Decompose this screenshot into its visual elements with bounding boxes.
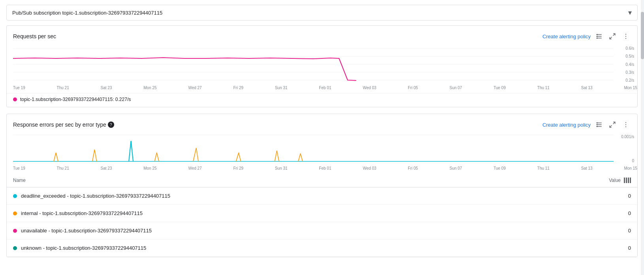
- chart2-y-axis: 0.001/s 0: [615, 133, 634, 165]
- row-name-text: internal - topic-1.subscription-32697933…: [21, 210, 143, 216]
- scrollbar-track[interactable]: [641, 0, 644, 264]
- chart2-title-group: Response errors per sec by error type ?: [13, 122, 114, 128]
- more-options-button-1[interactable]: [621, 31, 631, 41]
- row-value-cell: 0: [530, 205, 637, 222]
- chart1-wrapper: 0.6/s 0.5/s 0.4/s 0.3/s 0.2/s Tue 19 Thu…: [7, 45, 637, 93]
- col-value-header: Value: [530, 174, 637, 187]
- table-row: unavailable - topic-1.subscription-32697…: [7, 222, 637, 239]
- requests-per-sec-card: Requests per sec Create alerting policy: [6, 25, 638, 107]
- fullscreen-button-2[interactable]: [607, 120, 618, 130]
- scrollbar-thumb[interactable]: [641, 12, 644, 59]
- chart2-svg: [13, 133, 614, 165]
- row-name-text: unknown - topic-1.subscription-326979337…: [21, 245, 146, 251]
- chart2-title: Response errors per sec by error type: [13, 122, 106, 128]
- row-name-cell: unavailable - topic-1.subscription-32697…: [7, 222, 530, 239]
- svg-point-8: [625, 34, 626, 35]
- svg-point-5: [597, 37, 598, 39]
- row-color-dot: [13, 211, 17, 215]
- svg-line-23: [610, 125, 612, 127]
- chart1-area: 0.6/s 0.5/s 0.4/s 0.3/s 0.2/s: [7, 45, 637, 84]
- chart1-title: Requests per sec: [13, 33, 56, 39]
- more-options-button-2[interactable]: [621, 120, 631, 130]
- svg-point-20: [597, 124, 598, 125]
- table-row: deadline_exceeded - topic-1.subscription…: [7, 187, 637, 205]
- table-row: unknown - topic-1.subscription-326979337…: [7, 239, 637, 257]
- col-name-header: Name: [7, 174, 530, 187]
- chart1-y-axis: 0.6/s 0.5/s 0.4/s 0.3/s 0.2/s: [615, 45, 634, 84]
- row-name-text: deadline_exceeded - topic-1.subscription…: [21, 193, 170, 199]
- create-alert-link-2[interactable]: Create alerting policy: [542, 122, 591, 128]
- svg-point-26: [625, 126, 626, 127]
- fullscreen-button-1[interactable]: [607, 31, 618, 41]
- dropdown-value: Pub/Sub subscription topic-1.subscriptio…: [12, 10, 162, 16]
- create-alert-link-1[interactable]: Create alerting policy: [542, 34, 591, 39]
- chart2-actions: Create alerting policy: [542, 120, 631, 130]
- row-name-cell: deadline_exceeded - topic-1.subscription…: [7, 187, 530, 205]
- subscription-dropdown[interactable]: Pub/Sub subscription topic-1.subscriptio…: [6, 5, 638, 21]
- svg-point-3: [597, 34, 598, 35]
- legend-toggle-button-2[interactable]: [594, 120, 604, 130]
- row-value-cell: 0: [530, 187, 637, 205]
- row-name-cell: internal - topic-1.subscription-32697933…: [7, 205, 530, 222]
- chart2-header: Response errors per sec by error type ? …: [7, 114, 637, 133]
- help-icon[interactable]: ?: [108, 122, 114, 128]
- chart2-x-axis: Tue 19 Thu 21 Sat 23 Mon 25 Wed 27 Fri 2…: [7, 165, 637, 174]
- chart2-wrapper: 0.001/s 0 Tue 19 Thu 21 Sat 23 Mon 25 We…: [7, 133, 637, 174]
- legend-dot-1: [13, 97, 17, 101]
- svg-point-25: [625, 124, 626, 125]
- row-color-dot: [13, 246, 17, 250]
- columns-icon[interactable]: [624, 178, 631, 183]
- svg-point-24: [625, 122, 626, 123]
- svg-point-4: [597, 36, 598, 37]
- chart2-area: 0.001/s 0: [7, 133, 637, 165]
- chart1-legend: topic-1.subscription-3269793372294407115…: [7, 93, 637, 107]
- error-type-table: Name Value deadline_exceeded - topic-1.s…: [7, 174, 637, 257]
- svg-point-10: [625, 38, 626, 39]
- row-value-cell: 0: [530, 239, 637, 257]
- svg-point-9: [625, 36, 626, 37]
- row-name-text: unavailable - topic-1.subscription-32697…: [21, 228, 152, 234]
- chevron-down-icon: ▾: [628, 8, 632, 17]
- svg-line-6: [613, 34, 615, 36]
- svg-point-19: [597, 122, 598, 123]
- chart1-x-axis: Tue 19 Thu 21 Sat 23 Mon 25 Wed 27 Fri 2…: [7, 84, 637, 93]
- svg-point-21: [597, 126, 598, 127]
- row-color-dot: [13, 194, 17, 198]
- chart1-svg: [13, 45, 614, 84]
- chart1-header: Requests per sec Create alerting policy: [7, 26, 637, 45]
- row-color-dot: [13, 229, 17, 233]
- svg-line-7: [610, 37, 612, 39]
- table-row: internal - topic-1.subscription-32697933…: [7, 205, 637, 222]
- svg-line-22: [613, 122, 615, 124]
- legend-label-1: topic-1.subscription-3269793372294407115…: [20, 97, 131, 102]
- row-name-cell: unknown - topic-1.subscription-326979337…: [7, 239, 530, 257]
- chart1-actions: Create alerting policy: [542, 31, 631, 41]
- response-errors-card: Response errors per sec by error type ? …: [6, 114, 638, 257]
- legend-toggle-button-1[interactable]: [594, 31, 604, 41]
- row-value-cell: 0: [530, 222, 637, 239]
